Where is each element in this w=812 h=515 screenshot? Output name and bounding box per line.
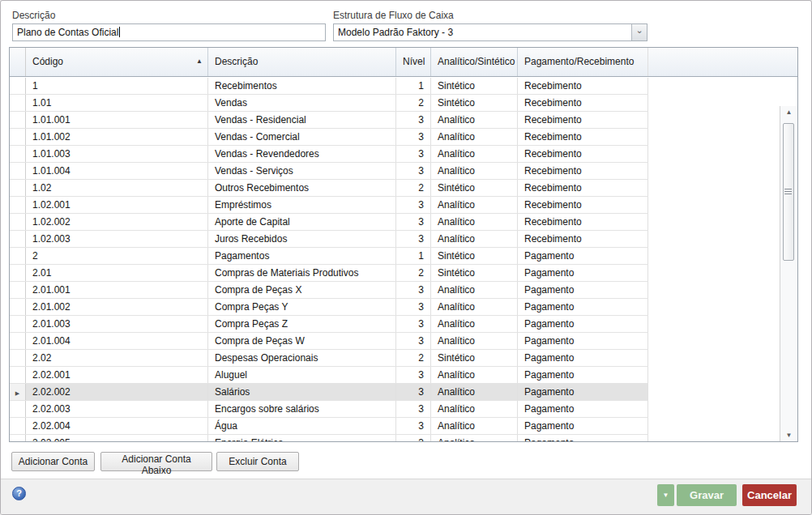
cell-analitico-sintetico[interactable]: Analítico: [431, 146, 518, 162]
cell-nivel[interactable]: 2: [396, 180, 431, 196]
cell-nivel[interactable]: 3: [396, 231, 431, 247]
cell-descricao[interactable]: Pagamentos: [208, 248, 396, 264]
cell-nivel[interactable]: 2: [396, 350, 431, 366]
table-row[interactable]: 1.01.004 Vendas - Serviços 3 Analítico R…: [10, 163, 648, 180]
cell-pagamento-recebimento[interactable]: Pagamento: [518, 265, 648, 281]
cell-pagamento-recebimento[interactable]: Pagamento: [518, 384, 648, 400]
cell-pagamento-recebimento[interactable]: Pagamento: [518, 282, 648, 298]
table-row[interactable]: 2.01.002 Compra Peças Y 3 Analítico Paga…: [10, 299, 648, 316]
cell-analitico-sintetico[interactable]: Analítico: [431, 316, 518, 332]
table-row[interactable]: 2.01 Compras de Materiais Produtivos 2 S…: [10, 265, 648, 282]
cell-nivel[interactable]: 3: [396, 367, 431, 383]
cell-descricao[interactable]: Vendas - Revendedores: [208, 146, 396, 162]
table-row[interactable]: 2.01.001 Compra de Peças X 3 Analítico P…: [10, 282, 648, 299]
cell-codigo[interactable]: 1.01: [26, 95, 208, 111]
cell-descricao[interactable]: Água: [208, 418, 396, 434]
cell-pagamento-recebimento[interactable]: Recebimento: [518, 112, 648, 128]
cell-pagamento-recebimento[interactable]: Recebimento: [518, 180, 648, 196]
scrollbar-thumb[interactable]: [783, 123, 794, 261]
add-account-button[interactable]: Adicionar Conta: [11, 452, 95, 471]
cell-pagamento-recebimento[interactable]: Pagamento: [518, 418, 648, 434]
cell-nivel[interactable]: 3: [396, 299, 431, 315]
cell-codigo[interactable]: 1.01.002: [26, 129, 208, 145]
cell-descricao[interactable]: Compra Peças Z: [208, 316, 396, 332]
delete-account-button[interactable]: Excluir Conta: [216, 452, 299, 471]
help-icon[interactable]: ?: [12, 487, 26, 500]
cell-codigo[interactable]: 1.01.001: [26, 112, 208, 128]
cell-codigo[interactable]: 2.02.002: [26, 384, 208, 400]
cell-descricao[interactable]: Compra de Peças W: [208, 333, 396, 349]
cell-nivel[interactable]: 3: [396, 435, 431, 441]
table-row[interactable]: 1.02.001 Empréstimos 3 Analítico Recebim…: [10, 197, 648, 214]
save-dropdown-button[interactable]: ▼: [657, 484, 674, 506]
cell-pagamento-recebimento[interactable]: Recebimento: [518, 214, 648, 230]
cell-descricao[interactable]: Vendas - Residencial: [208, 112, 396, 128]
cell-pagamento-recebimento[interactable]: Pagamento: [518, 435, 648, 441]
cell-pagamento-recebimento[interactable]: Recebimento: [518, 95, 648, 111]
cell-descricao[interactable]: Vendas - Comercial: [208, 129, 396, 145]
cell-pagamento-recebimento[interactable]: Recebimento: [518, 163, 648, 179]
cell-descricao[interactable]: Encargos sobre salários: [208, 401, 396, 417]
cell-pagamento-recebimento[interactable]: Pagamento: [518, 248, 648, 264]
cell-codigo[interactable]: 1.02: [26, 180, 208, 196]
table-row[interactable]: 2.01.004 Compra de Peças W 3 Analítico P…: [10, 333, 648, 350]
cell-pagamento-recebimento[interactable]: Recebimento: [518, 231, 648, 247]
cell-descricao[interactable]: Aluguel: [208, 367, 396, 383]
table-row[interactable]: 1.02.002 Aporte de Capital 3 Analítico R…: [10, 214, 648, 231]
cell-pagamento-recebimento[interactable]: Recebimento: [518, 146, 648, 162]
cell-nivel[interactable]: 1: [396, 248, 431, 264]
scrollbar-down-icon[interactable]: ▼: [780, 432, 797, 439]
cell-descricao[interactable]: Despesas Operacionais: [208, 350, 396, 366]
cell-nivel[interactable]: 2: [396, 95, 431, 111]
cell-codigo[interactable]: 2: [26, 248, 208, 264]
table-row[interactable]: 2.01.003 Compra Peças Z 3 Analítico Paga…: [10, 316, 648, 333]
cell-codigo[interactable]: 1.01.003: [26, 146, 208, 162]
cell-codigo[interactable]: 2.02: [26, 350, 208, 366]
cell-pagamento-recebimento[interactable]: Pagamento: [518, 316, 648, 332]
cell-codigo[interactable]: 1.02.003: [26, 231, 208, 247]
cell-codigo[interactable]: 2.01.002: [26, 299, 208, 315]
cell-descricao[interactable]: Recebimentos: [208, 78, 396, 94]
cell-nivel[interactable]: 3: [396, 129, 431, 145]
table-row[interactable]: 2.02.003 Encargos sobre salários 3 Analí…: [10, 401, 648, 418]
cell-pagamento-recebimento[interactable]: Pagamento: [518, 299, 648, 315]
cell-analitico-sintetico[interactable]: Analítico: [431, 384, 518, 400]
cell-analitico-sintetico[interactable]: Sintético: [431, 95, 518, 111]
table-row[interactable]: 1.01.001 Vendas - Residencial 3 Analític…: [10, 112, 648, 129]
cell-descricao[interactable]: Compra Peças Y: [208, 299, 396, 315]
cell-analitico-sintetico[interactable]: Analítico: [431, 401, 518, 417]
cell-pagamento-recebimento[interactable]: Pagamento: [518, 367, 648, 383]
cell-analitico-sintetico[interactable]: Sintético: [431, 180, 518, 196]
cell-nivel[interactable]: 3: [396, 384, 431, 400]
scrollbar-up-icon[interactable]: ▲: [780, 109, 797, 116]
cell-descricao[interactable]: Aporte de Capital: [208, 214, 396, 230]
cell-nivel[interactable]: 3: [396, 214, 431, 230]
table-row[interactable]: 1.01.002 Vendas - Comercial 3 Analítico …: [10, 129, 648, 146]
cell-nivel[interactable]: 2: [396, 265, 431, 281]
column-header-descricao[interactable]: Descrição: [208, 48, 396, 76]
cell-nivel[interactable]: 3: [396, 163, 431, 179]
vertical-scrollbar[interactable]: ▲ ▼: [780, 106, 797, 441]
cell-pagamento-recebimento[interactable]: Pagamento: [518, 333, 648, 349]
cell-pagamento-recebimento[interactable]: Pagamento: [518, 401, 648, 417]
cell-codigo[interactable]: 1.02.001: [26, 197, 208, 213]
table-row[interactable]: 2.02.004 Água 3 Analítico Pagamento: [10, 418, 648, 435]
cell-analitico-sintetico[interactable]: Analítico: [431, 435, 518, 441]
table-row[interactable]: 2.02.001 Aluguel 3 Analítico Pagamento: [10, 367, 648, 384]
cell-analitico-sintetico[interactable]: Analítico: [431, 129, 518, 145]
cell-analitico-sintetico[interactable]: Analítico: [431, 163, 518, 179]
combobox-dropdown-button[interactable]: ⌄: [631, 24, 647, 40]
cell-analitico-sintetico[interactable]: Sintético: [431, 350, 518, 366]
column-header-codigo[interactable]: Código▲: [26, 48, 208, 76]
table-row[interactable]: 2.02 Despesas Operacionais 2 Sintético P…: [10, 350, 648, 367]
cell-codigo[interactable]: 2.01.004: [26, 333, 208, 349]
cancel-button[interactable]: Cancelar: [742, 484, 797, 506]
cell-descricao[interactable]: Juros Recebidos: [208, 231, 396, 247]
cell-nivel[interactable]: 3: [396, 146, 431, 162]
cell-codigo[interactable]: 2.02.003: [26, 401, 208, 417]
cell-nivel[interactable]: 3: [396, 333, 431, 349]
table-row[interactable]: ▶ 2.02.002 Salários 3 Analítico Pagament…: [10, 384, 648, 401]
cell-analitico-sintetico[interactable]: Analítico: [431, 112, 518, 128]
cell-codigo[interactable]: 2.01.001: [26, 282, 208, 298]
cell-pagamento-recebimento[interactable]: Recebimento: [518, 129, 648, 145]
